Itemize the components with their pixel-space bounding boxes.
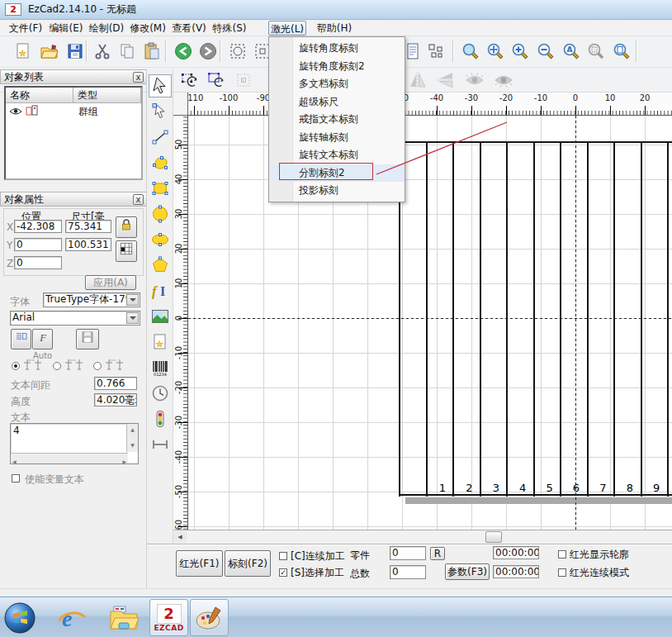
laser-menu-item-6[interactable]: 旋转轴标刻 <box>269 129 405 147</box>
zoom-all-button[interactable]: A <box>560 40 583 63</box>
start-button[interactable] <box>3 601 36 635</box>
close-icon[interactable]: x <box>133 194 144 205</box>
column-header-name[interactable]: 名称 <box>6 88 73 103</box>
ie-icon[interactable]: e <box>56 604 88 632</box>
laser-menu-item-7[interactable]: 旋转文本标刻 <box>269 146 405 164</box>
undo-button[interactable] <box>172 40 195 63</box>
preview-eye2-button[interactable] <box>492 69 515 92</box>
zoom-out-button[interactable] <box>534 40 557 63</box>
size-y-field[interactable]: 100.531 <box>65 238 111 251</box>
scale-object-line[interactable] <box>480 141 481 497</box>
menu-item-1[interactable]: 文件(F) <box>7 21 45 36</box>
font-type-combo[interactable]: TrueType字体-179 <box>43 292 140 307</box>
pan-view-button[interactable] <box>484 40 507 63</box>
char-spacing-field[interactable]: 0.766 <box>94 377 137 390</box>
polygon-tool[interactable] <box>149 254 172 277</box>
paste-button[interactable] <box>140 40 163 63</box>
taskbar-paint-button[interactable] <box>190 599 229 636</box>
curve-tool[interactable] <box>149 151 172 174</box>
font-name-combo[interactable]: Arial <box>10 311 140 326</box>
redo-button[interactable] <box>196 40 220 63</box>
scale-object-line[interactable] <box>667 141 669 497</box>
anchor-grid-button[interactable] <box>116 240 137 262</box>
menu-item-3[interactable]: 绘制(D) <box>88 21 125 36</box>
horizontal-scrollbar[interactable]: ◀ <box>173 530 672 544</box>
scale-object-line[interactable] <box>613 141 615 497</box>
menu-item-6[interactable]: 特殊(S) <box>211 21 248 36</box>
mirror-horizontal-button[interactable] <box>406 69 429 92</box>
save-button[interactable] <box>64 40 87 63</box>
menu-item-5[interactable]: 查看(V) <box>170 21 208 36</box>
laser-menu-item-3[interactable]: 多文档标刻 <box>269 75 405 93</box>
zoom-window-button[interactable] <box>459 40 482 63</box>
scrollbar-thumb[interactable] <box>485 531 502 543</box>
height-field[interactable]: 4.020毫米 <box>94 393 137 406</box>
total-count-field[interactable]: 0 <box>390 565 426 579</box>
open-button[interactable] <box>38 40 61 63</box>
save-param-button[interactable] <box>76 329 99 349</box>
param-button[interactable]: 参数(F3) <box>445 563 490 580</box>
spacing-mode-radio-2[interactable] <box>53 362 61 370</box>
circle-tool[interactable] <box>149 202 172 226</box>
line-tool[interactable] <box>149 126 172 149</box>
zoom-page-button[interactable] <box>610 40 633 63</box>
close-icon[interactable]: x <box>133 72 144 83</box>
part-count-field[interactable]: 0 <box>390 546 426 560</box>
lock-ratio-button[interactable] <box>116 216 137 238</box>
scale-object-top-rail[interactable] <box>399 141 672 143</box>
enable-var-text-checkbox[interactable] <box>12 474 20 483</box>
transform-rotate2-button[interactable] <box>205 69 228 92</box>
ext-axis-tool[interactable] <box>149 433 172 456</box>
scale-object-line[interactable] <box>533 141 535 497</box>
red-light-button[interactable]: 红光(F1) <box>176 550 223 577</box>
new-button[interactable] <box>12 40 35 63</box>
pos-x-field[interactable]: -42.308 <box>14 220 62 233</box>
io-light-tool[interactable] <box>149 407 172 430</box>
select-marquee-button[interactable] <box>226 40 249 63</box>
vector-file-tool[interactable] <box>149 330 172 354</box>
delay-tool[interactable] <box>149 382 172 405</box>
scale-object-bottom-rail[interactable] <box>399 494 672 496</box>
mirror-vertical-button[interactable] <box>434 69 457 92</box>
scale-object-line[interactable] <box>452 141 454 497</box>
group-dots-button[interactable] <box>424 40 447 63</box>
scale-object-line[interactable] <box>560 141 561 497</box>
scale-object-line[interactable] <box>587 141 589 497</box>
text-tool[interactable]: fI <box>149 279 172 302</box>
spacing-mode-radio-3[interactable] <box>93 362 102 370</box>
mark-button[interactable]: 标刻(F2) <box>225 550 271 577</box>
text-input[interactable]: 4 ▲ ▼ ◀ ▶ <box>10 423 139 464</box>
select-arrow-tool[interactable] <box>149 74 172 97</box>
explorer-folder-icon[interactable] <box>107 603 140 633</box>
bitmap-tool[interactable] <box>149 305 172 328</box>
menu-item-4[interactable]: 修改(M) <box>129 21 167 36</box>
pos-y-field[interactable]: 0 <box>14 238 62 251</box>
table-row[interactable]: 群组 <box>6 103 141 120</box>
rectangle-tool[interactable] <box>149 177 172 200</box>
spacing-mode-radio-1[interactable] <box>12 362 20 370</box>
menu-item-7[interactable]: 激光(L) <box>268 21 306 36</box>
show-contour-checkbox[interactable] <box>558 550 566 559</box>
h-scrollbar[interactable]: ◀ ▶ <box>11 453 128 463</box>
scale-object-line[interactable] <box>506 141 508 497</box>
ellipse-tool[interactable] <box>149 228 172 251</box>
barcode-tool[interactable]: 01234 <box>149 356 172 379</box>
taskbar-ezcad-button[interactable]: 2 EZCAD <box>149 599 188 636</box>
size-x-field[interactable]: 75.341 <box>65 220 111 233</box>
copy-button[interactable] <box>116 40 139 63</box>
scale-object-line[interactable] <box>426 141 428 497</box>
transform-rotate-button[interactable] <box>178 69 201 92</box>
horizontal-ruler[interactable]: -110-100-90-80-70-60-50-40-30-20-1001020 <box>188 93 672 116</box>
laser-menu-item-5[interactable]: 戒指文本标刻 <box>269 111 405 129</box>
transform-grid-button[interactable]: x <box>232 69 255 92</box>
pos-z-field[interactable]: 0 <box>14 256 62 269</box>
chevron-down-icon[interactable] <box>126 312 139 324</box>
preview-eye-button[interactable] <box>463 69 486 92</box>
laser-menu-item-4[interactable]: 超级标尺 <box>269 93 405 112</box>
menu-item-8[interactable]: 帮助(H) <box>315 21 353 36</box>
drawing-canvas[interactable]: 123456789 <box>188 116 672 530</box>
chevron-down-icon[interactable] <box>126 294 139 306</box>
select-process-checkbox[interactable]: ✓ <box>279 568 287 577</box>
apply-button[interactable]: 应用(A) <box>85 275 136 290</box>
zoom-select-button[interactable] <box>584 40 608 63</box>
